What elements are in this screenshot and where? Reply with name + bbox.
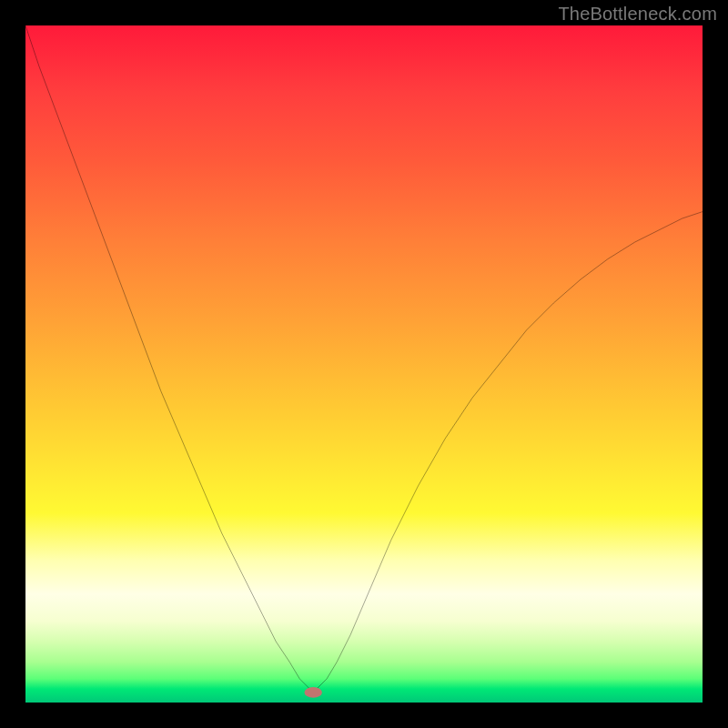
curve-svg [25,25,703,703]
plot-area [25,25,703,703]
chart-frame: TheBottleneck.com [0,0,728,728]
watermark-text: TheBottleneck.com [558,4,717,25]
bottleneck-curve [25,25,703,693]
minimum-marker [305,687,322,698]
